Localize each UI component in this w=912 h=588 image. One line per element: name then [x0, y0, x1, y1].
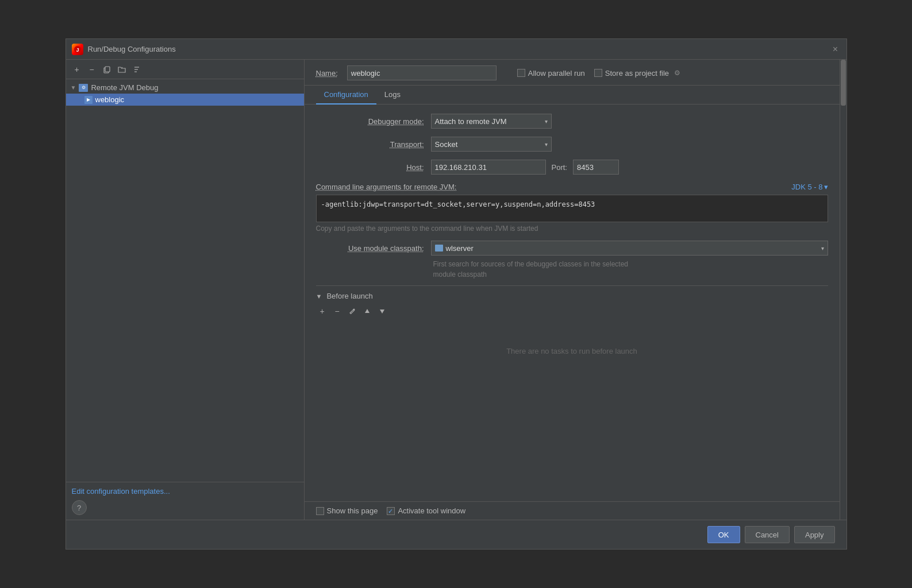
- debugger-mode-select[interactable]: Attach to remote JVM ▾: [431, 114, 552, 129]
- before-launch-collapse[interactable]: ▼: [316, 293, 322, 300]
- port-input[interactable]: [573, 160, 619, 175]
- before-launch-empty-text: There are no tasks to run before launch: [506, 347, 637, 355]
- module-hint-line1: First search for sources of the debugged…: [433, 260, 629, 268]
- dialog-footer: OK Cancel Apply: [66, 520, 846, 549]
- before-launch-empty: There are no tasks to run before launch: [316, 322, 828, 380]
- tree-group-remote-jvm[interactable]: ▼ ⚙ Remote JVM Debug: [66, 82, 304, 94]
- module-section: Use module classpath: wlserver ▾: [316, 241, 828, 256]
- before-launch-section: ▼ Before launch + −: [316, 285, 828, 380]
- before-launch-up-button[interactable]: [361, 305, 374, 318]
- port-label: Port:: [552, 163, 567, 172]
- config-tabs: Configuration Logs: [305, 86, 840, 105]
- cmd-args-value: -agentlib:jdwp=transport=dt_socket,serve…: [321, 200, 595, 208]
- ok-button[interactable]: OK: [707, 526, 740, 543]
- tree-group-label: Remote JVM Debug: [91, 83, 158, 92]
- store-as-project-row: Store as project file ⚙: [594, 69, 680, 78]
- svg-marker-7: [365, 309, 370, 313]
- module-label: Use module classpath:: [316, 244, 431, 253]
- name-input[interactable]: [347, 65, 497, 80]
- activate-tool-label: Activate tool window: [398, 506, 465, 515]
- apply-button[interactable]: Apply: [794, 526, 835, 543]
- cmd-args-section: Command line arguments for remote JVM: J…: [316, 183, 828, 233]
- module-hint: First search for sources of the debugged…: [316, 259, 828, 280]
- before-launch-edit-button[interactable]: [346, 305, 359, 318]
- allow-parallel-label: Allow parallel run: [528, 69, 585, 78]
- cmd-args-box[interactable]: -agentlib:jdwp=transport=dt_socket,serve…: [316, 195, 828, 222]
- debugger-mode-value: Attach to remote JVM: [435, 117, 542, 126]
- folder-button[interactable]: [116, 63, 128, 76]
- scrollbar-thumb[interactable]: [841, 60, 846, 106]
- show-page-row: Show this page: [316, 506, 378, 515]
- dialog-title: Run/Debug Configurations: [88, 45, 176, 53]
- cancel-button[interactable]: Cancel: [745, 526, 790, 543]
- host-port-inputs: Port:: [431, 160, 619, 175]
- right-header: Name: Allow parallel run Store as projec…: [305, 60, 840, 86]
- transport-value: Socket: [435, 140, 542, 149]
- transport-row: Transport: Socket ▾: [316, 137, 828, 152]
- run-debug-dialog: J Run/Debug Configurations × + −: [66, 38, 847, 550]
- store-settings-icon[interactable]: ⚙: [674, 69, 680, 77]
- right-panel: Name: Allow parallel run Store as projec…: [305, 60, 840, 520]
- module-select-inner: wlserver: [435, 244, 821, 253]
- show-page-checkbox[interactable]: [316, 507, 324, 515]
- transport-arrow: ▾: [545, 141, 548, 148]
- svg-marker-8: [380, 310, 384, 314]
- jdk-chevron-icon: ▾: [824, 183, 828, 191]
- bottom-options: Show this page ✓ Activate tool window: [305, 501, 840, 520]
- jdk-version-link[interactable]: JDK 5 - 8 ▾: [791, 183, 828, 191]
- module-select[interactable]: wlserver ▾: [431, 241, 828, 256]
- copy-config-button[interactable]: [101, 63, 113, 76]
- weblogic-icon: ▶: [84, 96, 93, 104]
- cmd-hint: Copy and paste the arguments to the comm…: [316, 225, 828, 233]
- app-icon: J: [72, 44, 83, 55]
- before-launch-down-button[interactable]: [376, 305, 388, 318]
- before-launch-actions: + −: [316, 305, 828, 318]
- allow-parallel-row: Allow parallel run: [517, 69, 585, 78]
- header-checkboxes: Allow parallel run Store as project file…: [517, 69, 680, 78]
- allow-parallel-checkbox[interactable]: [517, 69, 525, 77]
- host-label: Host:: [316, 163, 431, 172]
- remote-jvm-icon: ⚙: [79, 84, 88, 92]
- cmd-args-header: Command line arguments for remote JVM: J…: [316, 183, 828, 191]
- cmd-args-label: Command line arguments for remote JVM:: [316, 183, 457, 191]
- before-launch-add-button[interactable]: +: [316, 305, 329, 318]
- debugger-mode-arrow: ▾: [545, 118, 548, 125]
- tree-chevron: ▼: [71, 84, 76, 91]
- debugger-mode-label: Debugger mode:: [316, 117, 431, 126]
- help-button[interactable]: ?: [72, 500, 87, 515]
- store-as-project-label: Store as project file: [605, 69, 669, 78]
- remove-config-button[interactable]: −: [86, 63, 98, 76]
- host-input[interactable]: [431, 160, 546, 175]
- tree-item-weblogic[interactable]: ▶ weblogic: [66, 94, 304, 106]
- jdk-version-text: JDK 5 - 8: [791, 183, 822, 191]
- name-row: Name: Allow parallel run Store as projec…: [316, 65, 828, 80]
- activate-tool-row: ✓ Activate tool window: [387, 506, 465, 515]
- close-button[interactable]: ×: [830, 44, 841, 55]
- title-bar-left: J Run/Debug Configurations: [72, 44, 176, 55]
- left-toolbar: + −: [66, 60, 304, 79]
- tab-configuration[interactable]: Configuration: [316, 86, 376, 105]
- scrollbar[interactable]: [840, 60, 846, 520]
- name-label: Name:: [316, 69, 338, 78]
- dialog-body: + −: [66, 60, 846, 520]
- config-tree: 2 .( a| /c 0 5 0: 1 s ▼ ⚙ Remote JVM Deb…: [66, 79, 304, 482]
- store-as-project-checkbox[interactable]: [594, 69, 602, 77]
- tab-logs[interactable]: Logs: [376, 86, 409, 105]
- before-launch-header: ▼ Before launch: [316, 292, 828, 300]
- module-value: wlserver: [446, 244, 474, 253]
- host-port-row: Host: Port:: [316, 160, 828, 175]
- title-bar: J Run/Debug Configurations ×: [66, 39, 846, 60]
- tree-item-label: weblogic: [95, 95, 125, 104]
- edit-templates-link[interactable]: Edit configuration templates...: [72, 487, 170, 496]
- add-config-button[interactable]: +: [71, 63, 83, 76]
- show-page-label: Show this page: [327, 506, 378, 515]
- svg-rect-3: [105, 67, 110, 72]
- left-panel: + −: [66, 60, 305, 520]
- svg-text:J: J: [76, 47, 79, 53]
- activate-tool-checkbox[interactable]: ✓: [387, 507, 395, 515]
- before-launch-remove-button[interactable]: −: [331, 305, 344, 318]
- module-hint-line2: module classpath: [433, 270, 487, 278]
- transport-select[interactable]: Socket ▾: [431, 137, 552, 152]
- debugger-mode-row: Debugger mode: Attach to remote JVM ▾: [316, 114, 828, 129]
- sort-button[interactable]: [130, 63, 143, 76]
